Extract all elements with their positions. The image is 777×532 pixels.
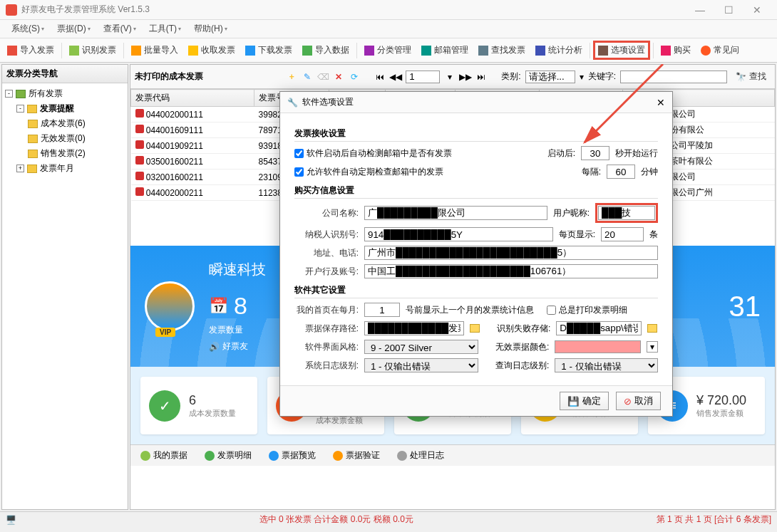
list-icon bbox=[205, 451, 215, 461]
browse-folder-icon[interactable] bbox=[470, 324, 480, 333]
bank-input[interactable] bbox=[364, 264, 658, 278]
querylog-select[interactable]: 1 - 仅输出错误 bbox=[555, 358, 658, 372]
theme-select[interactable]: 9 - 2007 Silver bbox=[364, 340, 478, 354]
card-label: 成本发票数量 bbox=[189, 408, 236, 419]
recognize-invoice-button[interactable]: 识别发票 bbox=[65, 41, 120, 59]
verify-icon bbox=[333, 451, 343, 461]
bottom-tabs: 我的票据 发票明细 票据预览 票据验证 处理日志 bbox=[130, 444, 775, 466]
next-page-icon[interactable]: ▶▶ bbox=[460, 71, 471, 83]
stat-card: ✓6成本发票数量 bbox=[140, 377, 257, 434]
options-dialog: 🔧 软件选项设置 ✕ 发票接收设置 软件启动后自动检测邮箱中是否有发票 启动后:… bbox=[279, 91, 673, 417]
close-button[interactable]: ✕ bbox=[743, 4, 771, 16]
section-receive: 发票接收设置 bbox=[294, 127, 658, 142]
ok-button[interactable]: 💾确定 bbox=[560, 392, 609, 410]
delete-icon[interactable]: ✕ bbox=[333, 71, 344, 83]
pdf-icon bbox=[135, 125, 144, 133]
card-label: 销售发票金额 bbox=[696, 408, 746, 419]
page-input[interactable] bbox=[406, 71, 440, 83]
options-button[interactable]: 选项设置 bbox=[593, 41, 650, 60]
collapse-icon[interactable]: - bbox=[5, 90, 13, 98]
download-invoice-button[interactable]: 下载发票 bbox=[241, 41, 297, 59]
search-button[interactable]: 🔭查找 bbox=[731, 68, 771, 85]
category-label: 类别: bbox=[501, 71, 520, 83]
folder-icon bbox=[28, 135, 38, 143]
tab-preview[interactable]: 票据预览 bbox=[264, 448, 320, 463]
tree-remind[interactable]: -发票提醒 bbox=[5, 101, 125, 116]
first-page-icon[interactable]: ⏮ bbox=[374, 71, 386, 83]
calendar-icon: 📅 bbox=[209, 297, 228, 315]
card-label: 成本发票金额 bbox=[316, 415, 376, 426]
card-icon: ✓ bbox=[149, 390, 180, 422]
browse-folder-icon[interactable] bbox=[647, 324, 657, 333]
stats-button[interactable]: 统计分析 bbox=[531, 41, 587, 59]
menu-tools[interactable]: 工具(T)▾ bbox=[143, 21, 187, 37]
tab-verify[interactable]: 票据验证 bbox=[329, 448, 384, 463]
collapse-icon[interactable]: - bbox=[16, 105, 24, 113]
menu-view[interactable]: 查看(V)▾ bbox=[98, 21, 142, 37]
receive-invoice-button[interactable]: 收取发票 bbox=[184, 41, 240, 59]
toolbar: 导入发票 识别发票 批量导入 收取发票 下载发票 导入数据 分类管理 邮箱管理 … bbox=[0, 38, 777, 63]
menu-data[interactable]: 票据(D)▾ bbox=[51, 21, 96, 37]
prev-page-icon[interactable]: ◀◀ bbox=[390, 71, 401, 83]
address-input[interactable] bbox=[364, 246, 658, 260]
tree-invalid[interactable]: 无效发票(0) bbox=[5, 131, 125, 146]
tab-invoice-detail[interactable]: 发票明细 bbox=[200, 448, 256, 463]
invalid-color-swatch[interactable] bbox=[555, 340, 641, 353]
preview-icon bbox=[269, 451, 279, 461]
buy-button[interactable]: 购买 bbox=[657, 41, 695, 59]
tab-my-tickets[interactable]: 我的票据 bbox=[136, 448, 192, 463]
last-page-icon[interactable]: ⏭ bbox=[475, 71, 487, 83]
fail-path-input[interactable] bbox=[556, 321, 642, 335]
category-select[interactable] bbox=[525, 71, 575, 83]
tree-all-invoices[interactable]: -所有发票 bbox=[5, 86, 125, 101]
dash-big-left: 8 bbox=[234, 292, 247, 320]
dash-big-right: 31 bbox=[729, 291, 761, 323]
folder-icon bbox=[28, 150, 38, 158]
expand-icon[interactable]: + bbox=[16, 165, 24, 172]
tree-year[interactable]: +发票年月 bbox=[5, 161, 125, 176]
company-name-input[interactable] bbox=[364, 206, 547, 220]
homepage-day-input[interactable] bbox=[364, 303, 400, 317]
save-icon: 💾 bbox=[567, 396, 580, 407]
tax-id-input[interactable] bbox=[364, 227, 553, 241]
page-dropdown-icon[interactable]: ▾ bbox=[444, 71, 456, 83]
interval-input[interactable] bbox=[607, 165, 635, 179]
auto-detect-checkbox[interactable]: 软件启动后自动检测邮箱中是否有发票 bbox=[294, 147, 452, 160]
startup-delay-input[interactable] bbox=[581, 146, 609, 160]
content-toolbar: 未打印的成本发票 + ✎ ⌫ ✕ ⟳ ⏮ ◀◀ ▾ ▶▶ ⏭ 类别: ▾ 关键字… bbox=[130, 65, 775, 89]
dialog-close-button[interactable]: ✕ bbox=[657, 97, 665, 108]
tree-sales[interactable]: 销售发票(2) bbox=[5, 146, 125, 161]
mailbox-manage-button[interactable]: 邮箱管理 bbox=[417, 41, 473, 59]
folder-icon bbox=[16, 90, 26, 98]
edit-icon[interactable]: ✎ bbox=[302, 71, 313, 83]
add-icon[interactable]: + bbox=[286, 71, 297, 83]
save-path-input[interactable] bbox=[364, 321, 464, 335]
col-code[interactable]: 发票代码 bbox=[131, 90, 254, 107]
pdf-icon bbox=[135, 187, 144, 196]
chevron-down-icon[interactable]: ▾ bbox=[580, 72, 584, 82]
erase-icon[interactable]: ⌫ bbox=[317, 71, 329, 83]
vip-badge: VIP bbox=[155, 328, 175, 337]
minimize-button[interactable]: — bbox=[686, 4, 714, 16]
maximize-button[interactable]: ☐ bbox=[714, 4, 743, 16]
syslog-select[interactable]: 1 - 仅输出错误 bbox=[364, 358, 478, 372]
faq-button[interactable]: 常见问 bbox=[696, 41, 743, 59]
periodic-check-checkbox[interactable]: 允许软件自动定期检查邮箱中的发票 bbox=[294, 166, 443, 178]
refresh-icon[interactable]: ⟳ bbox=[349, 71, 360, 83]
tab-log[interactable]: 处理日志 bbox=[393, 448, 448, 463]
pagesize-input[interactable] bbox=[601, 227, 644, 241]
keyword-input[interactable] bbox=[620, 71, 727, 83]
category-manage-button[interactable]: 分类管理 bbox=[360, 41, 416, 59]
print-detail-checkbox[interactable]: 总是打印发票明细 bbox=[547, 304, 627, 316]
tree-cost[interactable]: 成本发票(6) bbox=[5, 116, 125, 131]
import-invoice-button[interactable]: 导入发票 bbox=[3, 41, 58, 59]
nickname-input[interactable] bbox=[598, 206, 655, 220]
import-data-button[interactable]: 导入数据 bbox=[298, 41, 354, 59]
cancel-icon: ⊘ bbox=[624, 396, 632, 407]
search-invoice-button[interactable]: 查找发票 bbox=[474, 41, 530, 59]
batch-import-button[interactable]: 批量导入 bbox=[127, 41, 182, 59]
chevron-down-icon[interactable]: ▾ bbox=[647, 341, 658, 353]
cancel-button[interactable]: ⊘取消 bbox=[616, 392, 661, 410]
menu-system[interactable]: 系统(S)▾ bbox=[6, 21, 50, 37]
menu-help[interactable]: 帮助(H)▾ bbox=[188, 21, 233, 37]
